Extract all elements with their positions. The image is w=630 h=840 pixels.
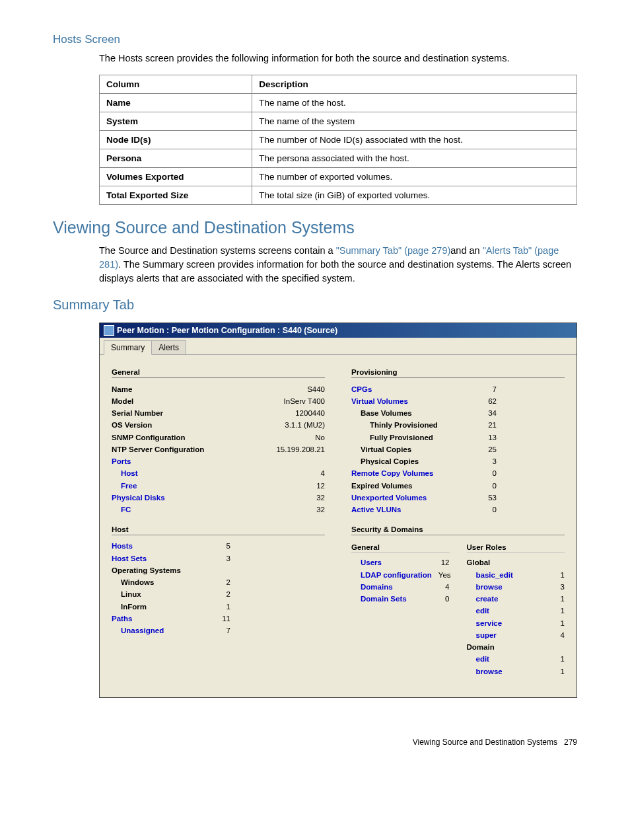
cell-col: Node ID(s) bbox=[100, 131, 252, 149]
basic-edit-link[interactable]: basic_edit bbox=[476, 570, 513, 581]
thinly-provisioned-value: 21 bbox=[481, 420, 497, 431]
super-link[interactable]: super bbox=[476, 630, 497, 641]
name-label: Name bbox=[112, 384, 132, 395]
fully-provisioned-label: Fully Provisioned bbox=[370, 432, 433, 443]
domain-label: Domain bbox=[467, 642, 495, 653]
model-value: InServ T400 bbox=[277, 396, 325, 407]
cpgs-link[interactable]: CPGs bbox=[351, 384, 372, 395]
cell-desc: The persona associated with the host. bbox=[252, 149, 577, 168]
security-general-col: General Users12 LDAP configurationYes Do… bbox=[351, 541, 450, 678]
table-header-row: Column Description bbox=[100, 75, 577, 94]
inform-label: InForm bbox=[121, 601, 147, 613]
table-row: Node ID(s)The number of Node ID(s) assoc… bbox=[100, 131, 577, 149]
security-domains-heading: Security & Domains bbox=[351, 525, 565, 535]
summary-tab-link[interactable]: "Summary Tab" (page 279) bbox=[336, 245, 451, 256]
os-version-label: OS Version bbox=[112, 420, 152, 431]
left-column: General NameS440 ModelInServ T400 Serial… bbox=[112, 364, 325, 677]
domain-edit-value: 1 bbox=[554, 654, 565, 665]
remote-copy-volumes-value: 0 bbox=[486, 468, 497, 479]
col-header-column: Column bbox=[100, 75, 252, 94]
remote-copy-volumes-link[interactable]: Remote Copy Volumes bbox=[351, 468, 433, 479]
physical-copies-value: 3 bbox=[486, 456, 497, 467]
tab-alerts[interactable]: Alerts bbox=[151, 340, 186, 354]
ldap-link[interactable]: LDAP configuration bbox=[361, 570, 432, 581]
snmp-value: No bbox=[308, 432, 325, 443]
cell-desc: The name of the host. bbox=[252, 94, 577, 112]
para-text: and an bbox=[450, 245, 482, 256]
hosts-link[interactable]: Hosts bbox=[112, 541, 133, 552]
serial-label: Serial Number bbox=[112, 408, 163, 419]
table-row: PersonaThe persona associated with the h… bbox=[100, 149, 577, 168]
window-icon bbox=[104, 325, 114, 336]
col-header-description: Description bbox=[252, 75, 577, 94]
serial-value: 1200440 bbox=[289, 408, 325, 419]
ports-host-value: 4 bbox=[314, 468, 325, 479]
fc-link[interactable]: FC bbox=[121, 504, 131, 515]
unassigned-value: 7 bbox=[220, 625, 230, 636]
users-link[interactable]: Users bbox=[361, 557, 382, 568]
global-label: Global bbox=[467, 557, 491, 568]
hosts-value: 5 bbox=[220, 541, 230, 552]
ldap-value: Yes bbox=[432, 570, 451, 581]
create-link[interactable]: create bbox=[476, 593, 499, 605]
linux-value: 2 bbox=[220, 589, 230, 600]
domain-sets-link[interactable]: Domain Sets bbox=[361, 593, 407, 605]
footer-text: Viewing Source and Destination Systems bbox=[413, 738, 557, 747]
browse-link[interactable]: browse bbox=[476, 582, 503, 593]
fc-value: 32 bbox=[310, 504, 325, 515]
os-version-value: 3.1.1 (MU2) bbox=[278, 420, 325, 431]
snmp-label: SNMP Configuration bbox=[112, 432, 186, 443]
cell-desc: The total size (in GiB) of exported volu… bbox=[252, 186, 577, 205]
virtual-copies-label: Virtual Copies bbox=[361, 444, 411, 455]
ports-free-value: 12 bbox=[310, 480, 325, 492]
domains-value: 4 bbox=[438, 582, 449, 593]
para-text: The Source and Destination systems scree… bbox=[99, 245, 336, 256]
tab-bar: SummaryAlerts bbox=[100, 338, 577, 355]
cell-desc: The number of Node ID(s) associated with… bbox=[252, 131, 577, 149]
table-row: Total Exported SizeThe total size (in Gi… bbox=[100, 186, 577, 205]
hosts-table: Column Description NameThe name of the h… bbox=[99, 75, 577, 205]
table-row: SystemThe name of the system bbox=[100, 112, 577, 131]
ports-free-link[interactable]: Free bbox=[121, 480, 137, 492]
host-sets-link[interactable]: Host Sets bbox=[112, 553, 147, 564]
thinly-provisioned-label: Thinly Provisioned bbox=[370, 420, 438, 431]
page-footer: Viewing Source and Destination Systems 2… bbox=[53, 738, 577, 747]
security-general-heading: General bbox=[351, 543, 450, 553]
domain-edit-link[interactable]: edit bbox=[476, 654, 489, 665]
para-text: . The Summary screen provides informatio… bbox=[99, 259, 571, 284]
paths-value: 11 bbox=[215, 613, 230, 625]
super-value: 4 bbox=[554, 630, 565, 641]
user-roles-col: User Roles Global basic_edit1 browse3 cr… bbox=[467, 541, 565, 678]
unexported-volumes-link[interactable]: Unexported Volumes bbox=[351, 492, 427, 504]
virtual-volumes-link[interactable]: Virtual Volumes bbox=[351, 396, 408, 407]
general-heading: General bbox=[112, 368, 325, 378]
domains-link[interactable]: Domains bbox=[361, 582, 393, 593]
active-vluns-value: 0 bbox=[486, 504, 497, 515]
physical-copies-label: Physical Copies bbox=[361, 456, 419, 467]
window-titlebar: Peer Motion : Peer Motion Configuration … bbox=[100, 323, 577, 338]
service-value: 1 bbox=[554, 618, 565, 629]
ports-link[interactable]: Ports bbox=[112, 456, 131, 467]
active-vluns-link[interactable]: Active VLUNs bbox=[351, 504, 401, 515]
window-title: Peer Motion : Peer Motion Configuration … bbox=[117, 326, 337, 335]
windows-label: Windows bbox=[121, 577, 154, 588]
domain-browse-link[interactable]: browse bbox=[476, 666, 503, 677]
summary-window: Peer Motion : Peer Motion Configuration … bbox=[99, 323, 577, 698]
ntp-label: NTP Server Configuration bbox=[112, 444, 204, 455]
windows-value: 2 bbox=[220, 577, 230, 588]
user-roles-heading: User Roles bbox=[467, 543, 565, 553]
physical-disks-link[interactable]: Physical Disks bbox=[112, 492, 165, 504]
cell-col: Name bbox=[100, 94, 252, 112]
paths-link[interactable]: Paths bbox=[112, 613, 132, 625]
basic-edit-value: 1 bbox=[554, 570, 565, 581]
model-label: Model bbox=[112, 396, 133, 407]
edit-link[interactable]: edit bbox=[476, 605, 489, 617]
service-link[interactable]: service bbox=[476, 618, 503, 629]
unassigned-link[interactable]: Unassigned bbox=[121, 625, 164, 636]
summary-tab-heading: Summary Tab bbox=[53, 297, 577, 313]
cell-desc: The name of the system bbox=[252, 112, 577, 131]
tab-summary[interactable]: Summary bbox=[104, 340, 152, 355]
unexported-volumes-value: 53 bbox=[481, 492, 497, 504]
hosts-screen-heading: Hosts Screen bbox=[53, 33, 577, 46]
ports-host-link[interactable]: Host bbox=[121, 468, 138, 479]
